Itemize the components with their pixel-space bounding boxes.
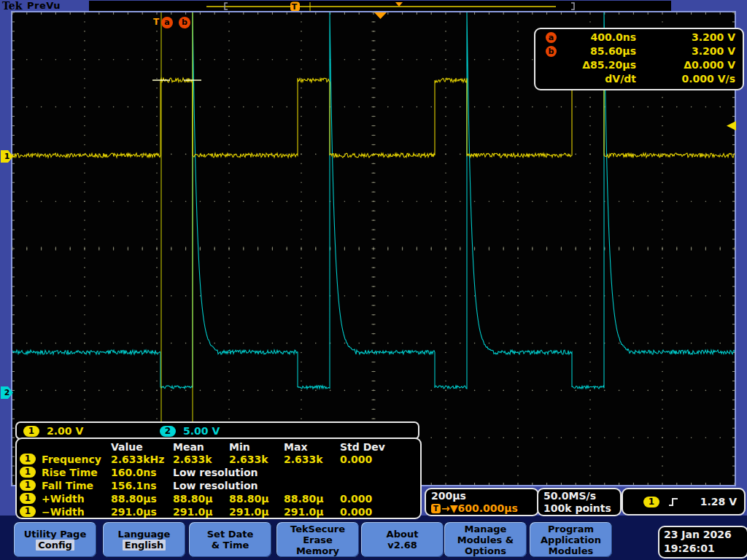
menu-button-set-date[interactable]: Set Date& Time — [188, 521, 272, 558]
measurement-label: Rise Time — [42, 466, 111, 479]
measurement-label: −Width — [42, 505, 111, 518]
cursor-t-marker: T — [153, 17, 159, 27]
measurement-note: Low resolution — [173, 466, 420, 479]
measurement-label: Fall Time — [42, 479, 111, 492]
ch1-badge: 1 — [20, 480, 36, 491]
measurement-header: Min — [229, 440, 284, 454]
measurement-label: +Width — [42, 492, 111, 505]
menu-button-manage[interactable]: ManageModules &Options — [444, 521, 527, 558]
oscilloscope-screen: Tek PreVu T 1 2 T a b a400.0ns3.200 Vb85… — [0, 0, 747, 560]
timebase-box: 200µs T→▼600.000µs — [425, 488, 539, 516]
menu-button-label: Set Date — [189, 529, 271, 540]
measurement-min: 291.0µ — [229, 505, 284, 518]
trigger-source-badge: 1 — [643, 497, 659, 508]
soft-key-menu: Utility PageConfigLanguageEnglishSet Dat… — [0, 516, 747, 560]
measurement-max: 88.80µ — [284, 492, 340, 505]
measurement-max: 291.0µ — [284, 505, 340, 518]
menu-button-label: Memory — [276, 545, 359, 556]
measurement-value: 160.0ns — [111, 466, 173, 479]
measurement-value: 88.80µs — [111, 492, 173, 505]
trigger-level: 1.28 V — [700, 496, 737, 508]
measurement-row: 1+Width88.80µs88.80µ88.80µ88.80µ0.000 — [17, 492, 420, 505]
measurement-header: Mean — [173, 440, 229, 454]
spacer — [42, 440, 111, 454]
measurement-row: 1Fall Time156.1nsLow resolution — [17, 479, 420, 492]
cursor-b-badge: b — [546, 46, 557, 57]
measurement-label: Frequency — [42, 453, 111, 466]
measurement-std: 0.000 — [340, 505, 420, 518]
measurement-value: 291.0µs — [111, 505, 173, 518]
measurement-mean: 88.80µ — [173, 492, 229, 505]
menu-button-label: Modules & — [444, 534, 527, 545]
menu-button-language[interactable]: LanguageEnglish — [102, 521, 186, 558]
timebase-scale: 200µs — [431, 490, 538, 502]
rising-edge-icon — [668, 497, 678, 507]
measurement-table: ValueMeanMinMaxStd Dev1Frequency2.633kHz… — [15, 438, 422, 519]
sample-rate: 50.0MS/s — [543, 490, 620, 502]
acquisition-box: 50.0MS/s 100k points — [537, 488, 622, 516]
spacer — [535, 72, 560, 86]
menu-button-label: Options — [444, 545, 527, 556]
measurement-std: 0.000 — [340, 492, 420, 505]
measurement-min: 2.633k — [229, 453, 284, 466]
menu-button-label: Application — [530, 534, 612, 545]
spacer — [20, 440, 42, 454]
measurement-value: 2.633kHz — [111, 453, 173, 466]
ch2-badge: 2 — [160, 426, 176, 437]
cursor-readout-row: a400.0ns3.200 V — [535, 31, 743, 44]
ch1-badge: 1 — [20, 493, 36, 504]
trigger-t-icon: T — [431, 504, 441, 513]
menu-button-value: English — [123, 540, 166, 551]
measurement-header: Std Dev — [340, 440, 420, 454]
menu-button-label: Program — [530, 524, 612, 534]
cursor-a-badge[interactable]: a — [161, 17, 173, 28]
time-label: 19:26:01 — [664, 542, 747, 556]
record-length: 100k points — [543, 502, 620, 515]
cursor-volt-value: 0.000 V/s — [636, 72, 743, 86]
date-label: 23 Jan 2026 — [664, 528, 747, 542]
trigger-box: 1 1.28 V — [622, 488, 746, 516]
menu-button-label: & Time — [189, 540, 271, 551]
cursor-volt-value: 3.200 V — [636, 31, 743, 44]
cursor-b-badge[interactable]: b — [179, 17, 190, 28]
cursor-time-value: dV/dt — [560, 72, 636, 86]
menu-button-label: v2.68 — [361, 540, 444, 551]
measurement-min: 88.80µ — [229, 492, 284, 505]
cursor-a-badge: a — [546, 32, 557, 43]
menu-button-about[interactable]: Aboutv2.68 — [360, 521, 444, 558]
cursor-readout-row: b85.60µs3.200 V — [535, 44, 743, 58]
measurement-row: 1Rise Time160.0nsLow resolution — [17, 466, 420, 479]
menu-button-teksecure[interactable]: TekSecureEraseMemory — [276, 521, 360, 558]
menu-button-label: About — [361, 529, 444, 540]
menu-button-label: TekSecure — [276, 524, 359, 534]
menu-button-program[interactable]: ProgramApplicationModules — [529, 521, 613, 558]
ch1-badge: 1 — [20, 467, 36, 478]
menu-button-utility-page[interactable]: Utility PageConfig — [13, 521, 97, 558]
measurement-header: Max — [284, 440, 340, 454]
measurement-mean: 291.0µ — [173, 505, 229, 518]
ch1-badge: 1 — [23, 426, 39, 437]
measurement-max: 2.633k — [284, 453, 340, 466]
measurement-header: Value — [111, 440, 173, 454]
measurement-std: 0.000 — [340, 453, 420, 466]
cursor-time-value: Δ85.20µs — [560, 58, 636, 72]
menu-button-label: Erase — [276, 534, 359, 545]
ch1-badge: 1 — [20, 454, 36, 464]
menu-button-label: Modules — [530, 545, 612, 556]
measurement-header-row: ValueMeanMinMaxStd Dev — [17, 439, 420, 453]
menu-button-value: Config — [36, 540, 74, 551]
cursor-readout-row: Δ85.20µsΔ0.000 V — [535, 58, 743, 72]
menu-button-label: Language — [103, 529, 185, 540]
measurement-mean: 2.633k — [173, 453, 229, 466]
menu-button-label: Manage — [444, 524, 527, 534]
spacer — [535, 58, 560, 72]
trigger-delay: T→▼600.000µs — [431, 502, 538, 515]
ch2-scale: 25.00 V — [160, 425, 220, 437]
ch1-badge: 1 — [20, 506, 36, 517]
cursor-time-value: 400.0ns — [560, 31, 636, 44]
cursor-volt-value: Δ0.000 V — [636, 58, 743, 72]
measurement-row: 1Frequency2.633kHz2.633k2.633k2.633k0.00… — [17, 453, 420, 466]
measurement-note: Low resolution — [173, 479, 420, 492]
datetime-box: 23 Jan 2026 19:26:01 — [658, 526, 747, 559]
cursor-volt-value: 3.200 V — [636, 44, 743, 58]
